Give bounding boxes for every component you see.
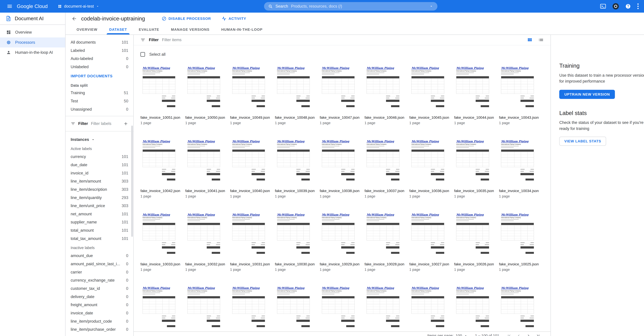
doc-count-row[interactable]: Unlabeled 0 <box>66 63 133 71</box>
document-filename[interactable]: fake_invoice_10036.json <box>409 189 449 193</box>
active-label-row[interactable]: line_item/quantity 293 <box>66 194 133 202</box>
document-thumbnail[interactable]: McWilliam Piping International Piping Co… <box>185 284 222 333</box>
document-thumbnail[interactable]: McWilliam Piping International Piping Co… <box>364 211 402 260</box>
document-card[interactable]: McWilliam Piping International Piping Co… <box>185 138 225 198</box>
document-filename[interactable]: fake_invoice_10044.json <box>454 116 494 120</box>
data-split-row[interactable]: Unassigned 0 <box>66 105 133 114</box>
search-options-chevron-icon[interactable] <box>430 4 433 8</box>
document-thumbnail[interactable]: McWilliam Piping International Piping Co… <box>275 138 312 186</box>
active-label-row[interactable]: total_tax_amount 101 <box>66 234 133 243</box>
tab-overview[interactable]: OVERVIEW <box>71 25 104 34</box>
document-card[interactable]: McWilliam Piping International Piping Co… <box>185 284 225 336</box>
scrollbar-thumb[interactable] <box>131 126 133 237</box>
inactive-label-row[interactable]: currency_exchange_rate 0 <box>66 276 133 284</box>
search-bar[interactable]: Search <box>264 2 437 10</box>
document-thumbnail[interactable]: McWilliam Piping International Piping Co… <box>409 64 446 113</box>
document-filename[interactable]: fake_invoice_10048.json <box>275 116 315 120</box>
document-filename[interactable]: fake_invoice_10025.json <box>499 262 539 266</box>
inactive-label-row[interactable]: line_item/purchase_order 0 <box>66 325 133 334</box>
document-filename[interactable]: fake_invoice_10035.json <box>454 189 494 193</box>
document-card[interactable]: McWilliam Piping International Piping Co… <box>499 211 539 272</box>
document-filename[interactable]: fake_invoice_10031.json <box>230 262 270 266</box>
prev-page-icon[interactable] <box>516 334 521 336</box>
grid-view-icon[interactable] <box>527 37 532 43</box>
activity-button[interactable]: ACTIVITY <box>218 15 250 23</box>
label-filter-input[interactable] <box>91 121 120 126</box>
help-icon[interactable] <box>625 3 631 9</box>
document-thumbnail[interactable]: McWilliam Piping International Piping Co… <box>364 64 402 113</box>
data-split-row[interactable]: Test 50 <box>66 97 133 105</box>
document-thumbnail[interactable]: McWilliam Piping International Piping Co… <box>140 211 177 260</box>
active-label-row[interactable]: line_item/unit_price 303 <box>66 202 133 210</box>
document-thumbnail[interactable]: McWilliam Piping International Piping Co… <box>185 138 222 186</box>
data-split-row[interactable]: Training 51 <box>66 89 133 97</box>
more-vert-icon[interactable] <box>637 3 639 9</box>
inactive-label-row[interactable]: line_item/product_code 0 <box>66 317 133 326</box>
document-thumbnail[interactable]: McWilliam Piping International Piping Co… <box>454 138 491 186</box>
document-thumbnail[interactable]: McWilliam Piping International Piping Co… <box>140 284 177 333</box>
document-thumbnail[interactable]: McWilliam Piping International Piping Co… <box>320 138 357 186</box>
document-filename[interactable]: fake_invoice_10039.json <box>275 189 315 193</box>
cloud-shell-icon[interactable] <box>600 4 606 9</box>
document-filename[interactable]: fake_invoice_10050.json <box>185 116 225 120</box>
active-label-row[interactable]: currency 101 <box>66 153 133 161</box>
document-card[interactable]: McWilliam Piping International Piping Co… <box>364 211 404 272</box>
tab-dataset[interactable]: DATASET <box>103 25 133 34</box>
back-arrow-icon[interactable] <box>72 16 77 21</box>
inactive-label-row[interactable]: amount_due 0 <box>66 252 133 260</box>
document-card[interactable]: McWilliam Piping International Piping Co… <box>140 138 180 198</box>
document-card[interactable]: McWilliam Piping International Piping Co… <box>364 64 404 125</box>
document-thumbnail[interactable]: McWilliam Piping International Piping Co… <box>454 284 491 333</box>
document-thumbnail[interactable]: McWilliam Piping International Piping Co… <box>275 211 312 260</box>
document-filename[interactable]: fake_invoice_10043.json <box>499 116 539 120</box>
document-thumbnail[interactable]: McWilliam Piping International Piping Co… <box>230 284 267 333</box>
document-card[interactable]: McWilliam Piping International Piping Co… <box>140 211 180 272</box>
inactive-label-row[interactable]: invoice_date 0 <box>66 309 133 317</box>
google-cloud-logo[interactable]: Google Cloud <box>17 3 48 9</box>
sidebar-item-hitl[interactable]: Human-in-the-loop AI <box>0 47 65 57</box>
document-card[interactable]: McWilliam Piping International Piping Co… <box>409 64 449 125</box>
document-card[interactable]: McWilliam Piping International Piping Co… <box>364 138 404 198</box>
next-page-icon[interactable] <box>526 334 531 336</box>
document-thumbnail[interactable]: McWilliam Piping International Piping Co… <box>230 211 267 260</box>
document-filename[interactable]: fake_invoice_10032.json <box>185 262 225 266</box>
document-card[interactable]: McWilliam Piping International Piping Co… <box>230 138 270 198</box>
document-card[interactable]: McWilliam Piping International Piping Co… <box>275 211 315 272</box>
document-filename[interactable]: fake_invoice_10027.json <box>409 262 449 266</box>
document-filename[interactable]: fake_invoice_10046.json <box>364 116 404 120</box>
document-card[interactable]: McWilliam Piping International Piping Co… <box>185 211 225 272</box>
active-label-row[interactable]: line_item/description 303 <box>66 185 133 194</box>
document-thumbnail[interactable]: McWilliam Piping International Piping Co… <box>499 284 536 333</box>
document-filename[interactable]: fake_invoice_10030.json <box>275 262 315 266</box>
document-thumbnail[interactable]: McWilliam Piping International Piping Co… <box>499 211 536 260</box>
document-thumbnail[interactable]: McWilliam Piping International Piping Co… <box>275 64 312 113</box>
menu-icon[interactable] <box>5 2 14 11</box>
notifications-icon[interactable] <box>612 3 619 10</box>
document-card[interactable]: McWilliam Piping International Piping Co… <box>230 211 270 272</box>
project-selector[interactable]: document-ai-test <box>58 4 99 9</box>
document-card[interactable]: McWilliam Piping International Piping Co… <box>230 64 270 125</box>
document-thumbnail[interactable]: McWilliam Piping International Piping Co… <box>364 284 402 333</box>
document-card[interactable]: McWilliam Piping International Piping Co… <box>409 138 449 198</box>
document-thumbnail[interactable]: McWilliam Piping International Piping Co… <box>364 138 402 186</box>
document-thumbnail[interactable]: McWilliam Piping International Piping Co… <box>499 138 536 186</box>
inactive-label-row[interactable]: delivery_date 0 <box>66 293 133 301</box>
document-filename[interactable]: fake_invoice_10037.json <box>364 189 404 193</box>
active-label-row[interactable]: due_date 101 <box>66 161 133 169</box>
document-card[interactable]: McWilliam Piping International Piping Co… <box>275 138 315 198</box>
document-filename[interactable]: fake_invoice_10040.json <box>230 189 270 193</box>
document-thumbnail[interactable]: McWilliam Piping International Piping Co… <box>320 284 357 333</box>
document-filename[interactable]: fake_invoice_10041.json <box>185 189 225 193</box>
document-card[interactable]: McWilliam Piping International Piping Co… <box>454 64 494 125</box>
document-card[interactable]: McWilliam Piping International Piping Co… <box>409 284 449 336</box>
document-card[interactable]: McWilliam Piping International Piping Co… <box>320 284 360 336</box>
document-thumbnail[interactable]: McWilliam Piping International Piping Co… <box>185 64 222 113</box>
inactive-label-row[interactable]: customer_tax_id 0 <box>66 284 133 293</box>
sidebar-item-overview[interactable]: Overview <box>0 27 65 37</box>
document-filename[interactable]: fake_invoice_10047.json <box>320 116 360 120</box>
document-card[interactable]: McWilliam Piping International Piping Co… <box>364 284 404 336</box>
document-filename[interactable]: fake_invoice_10029.json <box>320 262 360 266</box>
document-filename[interactable]: fake_invoice_10028.json <box>364 262 404 266</box>
document-card[interactable]: McWilliam Piping International Piping Co… <box>499 284 539 336</box>
add-label-icon[interactable] <box>123 121 128 126</box>
